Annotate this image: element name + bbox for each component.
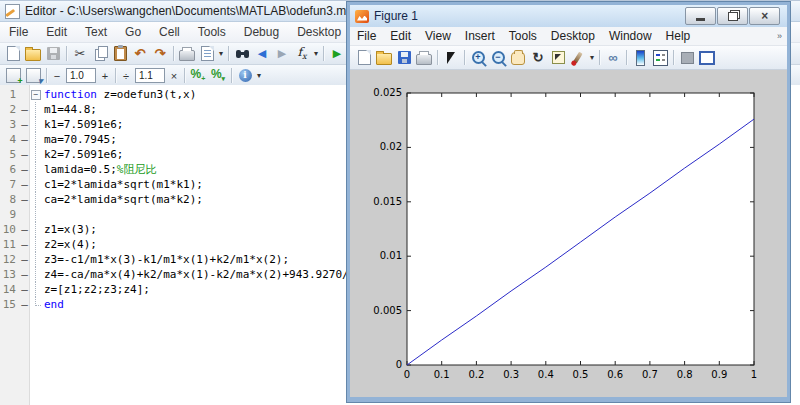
brush-icon[interactable] xyxy=(569,49,587,67)
insert-legend-icon[interactable] xyxy=(651,49,669,67)
line-number: 9 xyxy=(0,207,19,222)
cell-insert-icon[interactable] xyxy=(4,67,22,85)
toolbar-separator xyxy=(626,50,627,65)
code-fold-column[interactable]: − xyxy=(30,87,44,102)
insert-colorbar-icon[interactable] xyxy=(631,49,649,67)
line-number: 14 xyxy=(0,282,19,297)
find-icon[interactable] xyxy=(233,45,251,63)
code-text: k1=7.5091e6; xyxy=(44,117,123,132)
function-browser-dropdown-icon[interactable]: ▾ xyxy=(312,49,320,58)
svg-text:0.1: 0.1 xyxy=(434,369,450,380)
editor-menu-cell[interactable]: Cell xyxy=(150,23,189,41)
open-file-icon[interactable] xyxy=(375,49,393,67)
restore-button[interactable] xyxy=(717,7,748,25)
line-number: 4 xyxy=(0,132,19,147)
redo-icon[interactable]: ↷ xyxy=(151,45,169,63)
executable-line-marker: – xyxy=(19,282,30,297)
edit-plot-pointer-icon[interactable] xyxy=(442,49,460,67)
toolbar-separator xyxy=(173,46,174,61)
figure-menu-file[interactable]: File xyxy=(350,28,383,44)
figure-menu-view[interactable]: View xyxy=(418,28,458,44)
svg-text:0.005: 0.005 xyxy=(373,305,402,316)
divide-value-button[interactable]: ÷ xyxy=(119,68,133,84)
figure-titlebar[interactable]: Figure 1 × xyxy=(350,5,787,27)
code-fold-column xyxy=(30,282,44,297)
line-number: 15 xyxy=(0,297,19,312)
menu-overflow-icon[interactable]: » xyxy=(777,31,787,41)
go-forward-icon[interactable]: ▶ xyxy=(273,45,291,63)
print-preview-icon[interactable] xyxy=(198,45,216,63)
code-fold-column xyxy=(30,207,44,222)
svg-text:0: 0 xyxy=(396,359,402,370)
editor-menu-file[interactable]: File xyxy=(0,23,37,41)
figure-menu-desktop[interactable]: Desktop xyxy=(544,28,602,44)
cut-icon[interactable]: ✂ xyxy=(71,45,89,63)
increment-value-button[interactable]: + xyxy=(98,68,112,84)
editor-menu-edit[interactable]: Edit xyxy=(37,23,76,41)
svg-text:0.8: 0.8 xyxy=(677,369,693,380)
editor-app-icon xyxy=(5,4,20,19)
print-dropdown-icon[interactable]: ▾ xyxy=(217,49,225,58)
code-text: k2=7.5091e6; xyxy=(44,147,123,162)
info-icon[interactable]: i xyxy=(236,67,254,85)
save-figure-icon[interactable] xyxy=(395,49,413,67)
svg-text:0.7: 0.7 xyxy=(642,369,658,380)
line-number: 10 xyxy=(0,222,19,237)
editor-menu-debug[interactable]: Debug xyxy=(235,23,288,41)
figure-menu-edit[interactable]: Edit xyxy=(383,28,418,44)
figure-menu-window[interactable]: Window xyxy=(602,28,659,44)
run-icon[interactable]: ▶ xyxy=(328,45,346,63)
figure-menu-insert[interactable]: Insert xyxy=(458,28,502,44)
figure-canvas[interactable]: 00.10.20.30.40.50.60.70.80.9100.0050.010… xyxy=(350,70,787,397)
editor-menu-text[interactable]: Text xyxy=(76,23,116,41)
copy-icon[interactable] xyxy=(91,45,109,63)
toolbar-separator xyxy=(46,68,47,83)
line-number: 8 xyxy=(0,192,19,207)
svg-text:0.5: 0.5 xyxy=(573,369,589,380)
evaluate-cell-icon[interactable]: %+ xyxy=(189,67,207,85)
print-icon[interactable] xyxy=(178,45,196,63)
show-plot-tools-icon[interactable] xyxy=(698,49,716,67)
undo-icon[interactable]: ↶ xyxy=(131,45,149,63)
executable-line-marker: – xyxy=(19,162,30,177)
brush-dropdown-icon[interactable]: ▾ xyxy=(588,53,596,62)
code-fold-column xyxy=(30,222,44,237)
multiply-value-button[interactable]: × xyxy=(167,68,181,84)
cell-value1-input[interactable] xyxy=(66,68,96,83)
new-file-icon[interactable] xyxy=(4,45,22,63)
figure-menu-help[interactable]: Help xyxy=(659,28,698,44)
go-back-icon[interactable]: ◀ xyxy=(253,45,271,63)
rotate-3d-icon[interactable]: ↻ xyxy=(529,49,547,67)
cell-value2-input[interactable] xyxy=(135,68,165,83)
info-dropdown-icon[interactable]: ▾ xyxy=(255,71,263,80)
paste-icon[interactable] xyxy=(111,45,129,63)
code-fold-column xyxy=(30,147,44,162)
toolbar-separator xyxy=(464,50,465,65)
link-plot-icon[interactable]: ∞ xyxy=(604,49,622,67)
function-browser-icon[interactable]: fx xyxy=(293,45,311,63)
zoom-in-icon[interactable]: + xyxy=(469,49,487,67)
code-fold-column xyxy=(30,177,44,192)
cell-divider-icon[interactable] xyxy=(24,67,42,85)
decrement-value-button[interactable]: − xyxy=(50,68,64,84)
minimize-button[interactable] xyxy=(685,7,716,25)
figure-menu-tools[interactable]: Tools xyxy=(502,28,544,44)
editor-menu-desktop[interactable]: Desktop xyxy=(288,23,350,41)
close-button[interactable]: × xyxy=(749,7,780,25)
data-cursor-icon[interactable] xyxy=(549,49,567,67)
code-fold-column xyxy=(30,117,44,132)
code-text: ca=2*lamida*sqrt(ma*k2); xyxy=(44,192,203,207)
svg-text:0.3: 0.3 xyxy=(503,369,519,380)
code-text: ma=70.7945; xyxy=(44,132,117,147)
plot-svg: 00.10.20.30.40.50.60.70.80.9100.0050.010… xyxy=(350,70,787,397)
save-file-icon[interactable] xyxy=(44,45,62,63)
evaluate-cell-advance-icon[interactable]: %▾ xyxy=(209,67,227,85)
editor-menu-go[interactable]: Go xyxy=(116,23,150,41)
editor-menu-tools[interactable]: Tools xyxy=(189,23,235,41)
zoom-out-icon[interactable]: − xyxy=(489,49,507,67)
new-figure-icon[interactable] xyxy=(355,49,373,67)
open-file-icon[interactable] xyxy=(24,45,42,63)
hide-plot-tools-icon[interactable] xyxy=(678,49,696,67)
pan-hand-icon[interactable] xyxy=(509,49,527,67)
print-figure-icon[interactable] xyxy=(415,49,433,67)
